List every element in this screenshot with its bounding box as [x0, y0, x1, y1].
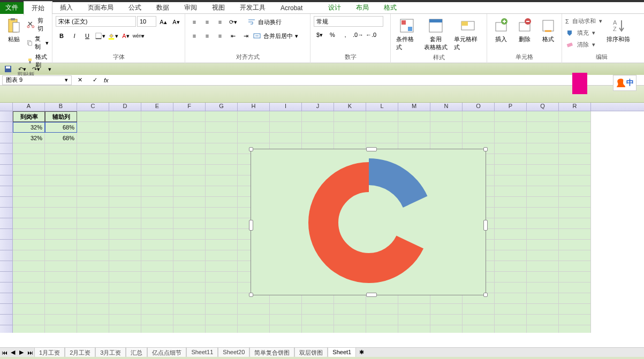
- col-header-A[interactable]: A: [13, 103, 45, 111]
- cell[interactable]: 68%: [45, 122, 77, 133]
- cell[interactable]: [45, 175, 77, 186]
- cell[interactable]: [77, 133, 109, 143]
- cell[interactable]: [141, 175, 173, 186]
- tab-acrobat[interactable]: Acrobat: [273, 2, 310, 14]
- cell[interactable]: [559, 208, 591, 218]
- cell[interactable]: [398, 122, 430, 133]
- cell[interactable]: [173, 229, 206, 240]
- cell[interactable]: [173, 315, 206, 325]
- cell[interactable]: [173, 175, 206, 186]
- cell[interactable]: [270, 315, 302, 325]
- cell[interactable]: [45, 293, 77, 304]
- tab-chart-format[interactable]: 格式: [376, 1, 404, 14]
- cell[interactable]: [559, 165, 591, 175]
- cell[interactable]: [109, 122, 141, 133]
- tab-formulas[interactable]: 公式: [121, 1, 149, 14]
- cell[interactable]: [206, 315, 238, 325]
- cell[interactable]: [109, 165, 141, 175]
- row-header[interactable]: [0, 261, 13, 272]
- col-header-N[interactable]: N: [430, 103, 463, 111]
- cell[interactable]: [559, 133, 591, 143]
- autosum-button[interactable]: Σ自动求和▾: [565, 16, 602, 26]
- cell[interactable]: [559, 304, 591, 315]
- cell[interactable]: [77, 218, 109, 229]
- cell[interactable]: [495, 315, 527, 325]
- cell[interactable]: [173, 111, 206, 122]
- percent-button[interactable]: %: [327, 29, 338, 41]
- cell[interactable]: [109, 272, 141, 282]
- cell[interactable]: [206, 272, 238, 282]
- sheet-tab[interactable]: Sheet20: [218, 347, 249, 358]
- row-header[interactable]: [0, 293, 13, 304]
- underline-button[interactable]: U: [81, 30, 93, 42]
- cell[interactable]: [141, 325, 173, 333]
- qat-save-button[interactable]: [2, 63, 14, 75]
- cell[interactable]: [13, 186, 45, 197]
- cell[interactable]: [206, 282, 238, 293]
- cell[interactable]: [141, 218, 173, 229]
- cell[interactable]: [45, 143, 77, 154]
- cell[interactable]: [173, 282, 206, 293]
- cell[interactable]: [173, 250, 206, 261]
- cell[interactable]: 68%: [45, 133, 77, 143]
- font-name-select[interactable]: [56, 16, 136, 27]
- align-right-button[interactable]: ≡: [214, 30, 226, 42]
- cell[interactable]: [45, 250, 77, 261]
- cell[interactable]: [13, 175, 45, 186]
- cell[interactable]: [398, 304, 430, 315]
- currency-button[interactable]: $▾: [314, 29, 325, 41]
- col-header-L[interactable]: L: [366, 103, 398, 111]
- row-header[interactable]: [0, 325, 13, 333]
- cell[interactable]: [109, 240, 141, 250]
- col-header-O[interactable]: O: [463, 103, 495, 111]
- cell[interactable]: [13, 208, 45, 218]
- cell[interactable]: [527, 111, 559, 122]
- cell[interactable]: [206, 293, 238, 304]
- sheet-nav-next[interactable]: ▶: [17, 348, 26, 357]
- cell[interactable]: [430, 133, 463, 143]
- cell[interactable]: [398, 325, 430, 333]
- cell[interactable]: [206, 208, 238, 218]
- row-header[interactable]: [0, 304, 13, 315]
- cell[interactable]: [527, 229, 559, 240]
- cell[interactable]: [302, 111, 334, 122]
- row-header[interactable]: [0, 282, 13, 293]
- cell[interactable]: [109, 186, 141, 197]
- col-header-R[interactable]: R: [559, 103, 591, 111]
- cell[interactable]: [109, 325, 141, 333]
- cell[interactable]: [173, 143, 206, 154]
- cell[interactable]: [238, 111, 270, 122]
- cell[interactable]: [366, 304, 398, 315]
- align-top-button[interactable]: ≡: [188, 16, 200, 28]
- cell[interactable]: [173, 186, 206, 197]
- cell[interactable]: [13, 261, 45, 272]
- merge-center-button[interactable]: 合并后居中▾: [253, 30, 298, 42]
- cell[interactable]: [302, 304, 334, 315]
- cell[interactable]: [173, 272, 206, 282]
- row-header[interactable]: [0, 250, 13, 261]
- cell[interactable]: [495, 122, 527, 133]
- cell[interactable]: [77, 293, 109, 304]
- cell[interactable]: [13, 197, 45, 208]
- cell[interactable]: [77, 240, 109, 250]
- cell[interactable]: [77, 165, 109, 175]
- cell[interactable]: [559, 111, 591, 122]
- cell[interactable]: [206, 218, 238, 229]
- cell[interactable]: [45, 229, 77, 240]
- phonetic-button[interactable]: wén▾: [133, 30, 145, 42]
- cell[interactable]: [141, 240, 173, 250]
- cell[interactable]: [430, 111, 463, 122]
- addon-panel[interactable]: [572, 73, 587, 94]
- col-header-D[interactable]: D: [109, 103, 141, 111]
- cell[interactable]: [141, 122, 173, 133]
- cell[interactable]: [559, 122, 591, 133]
- cell[interactable]: [45, 165, 77, 175]
- cell[interactable]: [77, 325, 109, 333]
- cell[interactable]: [141, 315, 173, 325]
- cell[interactable]: [527, 186, 559, 197]
- name-box[interactable]: 图表 9▾: [2, 75, 72, 85]
- cell[interactable]: [559, 143, 591, 154]
- row-header[interactable]: [0, 186, 13, 197]
- cell[interactable]: [173, 240, 206, 250]
- cell[interactable]: [77, 143, 109, 154]
